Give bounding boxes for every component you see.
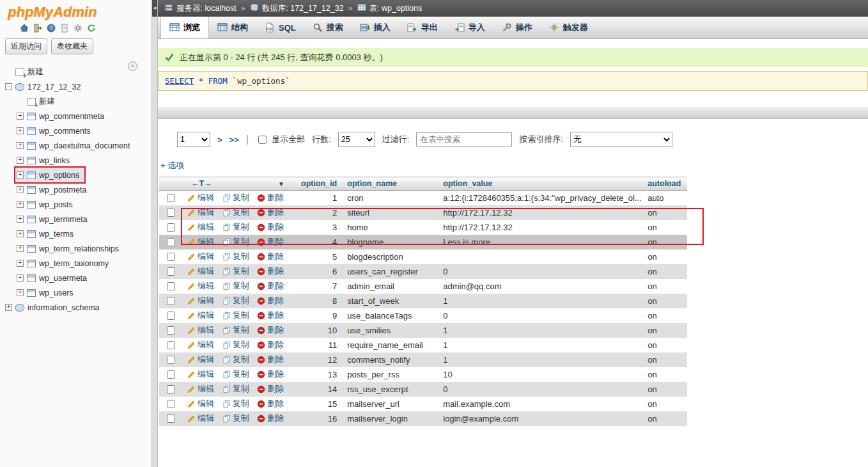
copy-row-link[interactable]: 复制 bbox=[222, 339, 249, 351]
copy-row-link[interactable]: 复制 bbox=[222, 368, 249, 380]
delete-row-link[interactable]: 删除 bbox=[257, 207, 284, 218]
autoload-cell[interactable]: on bbox=[642, 220, 687, 235]
tree-item-label[interactable]: wp_links bbox=[39, 156, 70, 165]
copy-row-link[interactable]: 复制 bbox=[222, 280, 249, 292]
column-move-control[interactable]: ←T→ bbox=[191, 179, 212, 188]
copy-row-link[interactable]: 复制 bbox=[222, 354, 249, 365]
expander-icon[interactable]: + bbox=[17, 289, 24, 296]
expander-icon[interactable]: + bbox=[17, 113, 24, 120]
sidebar-item-wp_commentmeta[interactable]: + wp_commentmeta bbox=[15, 109, 109, 123]
copy-row-link[interactable]: 复制 bbox=[222, 236, 249, 248]
expander-icon[interactable]: + bbox=[17, 230, 24, 237]
sidebar-item-wp_termmeta[interactable]: + wp_termmeta bbox=[15, 212, 93, 226]
option-id-cell[interactable]: 16 bbox=[296, 411, 342, 426]
home-icon[interactable] bbox=[19, 23, 29, 33]
column-header-option-name[interactable]: option_name bbox=[342, 177, 438, 191]
expander-icon[interactable]: + bbox=[17, 142, 24, 149]
delete-row-link[interactable]: 删除 bbox=[257, 368, 284, 380]
phpmyadmin-logo[interactable]: phpMyAdmin bbox=[0, 0, 151, 22]
expander-icon[interactable]: + bbox=[17, 216, 24, 223]
filter-triangle-icon[interactable]: ▼ bbox=[278, 180, 284, 187]
option-id-cell[interactable]: 5 bbox=[296, 249, 342, 264]
option-id-cell[interactable]: 11 bbox=[296, 338, 342, 352]
delete-row-link[interactable]: 删除 bbox=[257, 354, 284, 365]
option-name-cell[interactable]: siteurl bbox=[342, 205, 438, 220]
delete-row-link[interactable]: 删除 bbox=[257, 383, 284, 395]
edit-row-link[interactable]: 编辑 bbox=[187, 236, 214, 248]
edit-row-link[interactable]: 编辑 bbox=[187, 207, 214, 218]
sidebar-item-wp_posts[interactable]: + wp_posts bbox=[15, 197, 78, 212]
row-checkbox[interactable] bbox=[167, 223, 175, 232]
option-value-cell[interactable]: mail.example.com bbox=[438, 397, 642, 411]
tree-item-label[interactable]: wp_usermeta bbox=[39, 274, 87, 283]
delete-row-link[interactable]: 删除 bbox=[257, 251, 284, 262]
option-name-cell[interactable]: posts_per_rss bbox=[342, 367, 438, 382]
tab-browse[interactable]: 浏览 bbox=[160, 17, 209, 38]
option-id-cell[interactable]: 13 bbox=[296, 367, 342, 382]
refresh-icon[interactable] bbox=[86, 23, 97, 33]
expander-icon[interactable]: + bbox=[17, 127, 24, 134]
sidebar-item-wp_links[interactable]: + wp_links bbox=[15, 153, 75, 168]
column-header-option-value[interactable]: option_value bbox=[438, 177, 642, 191]
logout-icon[interactable] bbox=[33, 23, 43, 33]
sidebar-item-wp_terms[interactable]: + wp_terms bbox=[15, 226, 79, 241]
option-id-cell[interactable]: 4 bbox=[296, 235, 342, 249]
row-checkbox[interactable] bbox=[167, 312, 175, 320]
sort-by-index-select[interactable]: 无 bbox=[570, 132, 672, 147]
filter-rows-input[interactable] bbox=[416, 132, 512, 146]
copy-row-link[interactable]: 复制 bbox=[222, 192, 249, 203]
option-name-cell[interactable]: cron bbox=[342, 191, 438, 206]
delete-row-link[interactable]: 删除 bbox=[257, 310, 284, 321]
option-id-cell[interactable]: 1 bbox=[296, 191, 342, 206]
breadcrumb-database-link[interactable]: 数据库: 172_17_12_32 bbox=[262, 3, 344, 14]
tab-import[interactable]: 导入 bbox=[446, 17, 493, 38]
breadcrumb-table-link[interactable]: 表: wp_options bbox=[369, 3, 422, 14]
option-value-cell[interactable]: admin@qq.com bbox=[438, 279, 642, 294]
option-value-cell[interactable]: Less is more bbox=[438, 235, 642, 249]
column-header-autoload[interactable]: autoload bbox=[642, 177, 687, 191]
row-checkbox[interactable] bbox=[167, 326, 175, 335]
copy-row-link[interactable]: 复制 bbox=[222, 383, 249, 395]
edit-row-link[interactable]: 编辑 bbox=[187, 339, 214, 351]
tree-item-label[interactable]: wp_postmeta bbox=[39, 186, 86, 194]
option-value-cell[interactable]: 0 bbox=[438, 264, 642, 279]
edit-row-link[interactable]: 编辑 bbox=[187, 251, 214, 262]
copy-row-link[interactable]: 复制 bbox=[222, 398, 249, 409]
tab-triggers[interactable]: 触发器 bbox=[541, 17, 596, 38]
autoload-cell[interactable]: on bbox=[642, 411, 687, 426]
expander-icon[interactable]: + bbox=[17, 201, 24, 208]
expander-icon[interactable]: + bbox=[17, 274, 24, 281]
tree-item-label[interactable]: wp_termmeta bbox=[39, 215, 88, 224]
expander-icon[interactable]: + bbox=[17, 186, 24, 193]
tree-item-label[interactable]: wp_daextulma_document bbox=[39, 141, 130, 150]
delete-row-link[interactable]: 删除 bbox=[257, 324, 284, 336]
sidebar-item-wp_term_taxonomy[interactable]: + wp_term_taxonomy bbox=[15, 256, 114, 271]
option-id-cell[interactable]: 2 bbox=[296, 205, 342, 220]
option-value-cell[interactable]: 0 bbox=[438, 308, 642, 323]
column-header-option-id[interactable]: option_id bbox=[296, 177, 342, 191]
tree-item-label[interactable]: wp_term_relationships bbox=[39, 244, 119, 253]
edit-row-link[interactable]: 编辑 bbox=[187, 192, 214, 203]
edit-row-link[interactable]: 编辑 bbox=[187, 354, 214, 365]
option-value-cell[interactable]: 1 bbox=[438, 338, 642, 352]
option-id-cell[interactable]: 10 bbox=[296, 323, 342, 338]
option-id-cell[interactable]: 8 bbox=[296, 294, 342, 308]
autoload-cell[interactable]: on bbox=[642, 264, 687, 279]
edit-row-link[interactable]: 编辑 bbox=[187, 324, 214, 336]
option-value-cell[interactable]: http://172.17.12.32 bbox=[438, 205, 642, 220]
edit-row-link[interactable]: 编辑 bbox=[187, 383, 214, 395]
copy-row-link[interactable]: 复制 bbox=[222, 251, 249, 262]
option-name-cell[interactable]: mailserver_url bbox=[342, 397, 438, 411]
option-id-cell[interactable]: 12 bbox=[296, 352, 342, 367]
option-id-cell[interactable]: 3 bbox=[296, 220, 342, 235]
tab-insert[interactable]: 插入 bbox=[352, 17, 399, 38]
collapse-panel-button[interactable]: « bbox=[128, 61, 137, 71]
sidebar-item-wp_comments[interactable]: + wp_comments bbox=[15, 123, 96, 138]
edit-row-link[interactable]: 编辑 bbox=[187, 265, 214, 277]
tab-operations[interactable]: 操作 bbox=[493, 17, 541, 38]
copy-row-link[interactable]: 复制 bbox=[222, 207, 249, 218]
autoload-cell[interactable]: on bbox=[642, 205, 687, 220]
row-checkbox[interactable] bbox=[167, 370, 175, 379]
rows-per-page-select[interactable]: 25 bbox=[338, 132, 375, 147]
breadcrumb-server-link[interactable]: 服务器: localhost bbox=[176, 3, 236, 14]
